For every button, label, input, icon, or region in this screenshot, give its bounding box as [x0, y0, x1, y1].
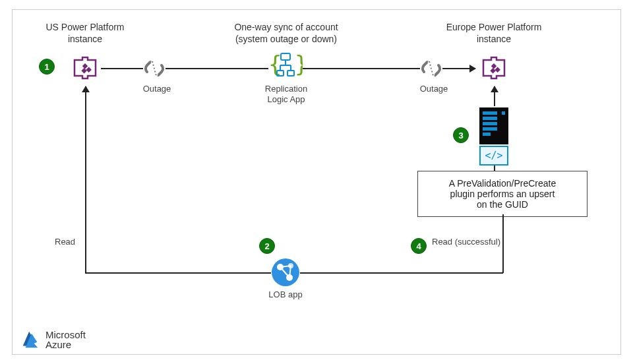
svg-rect-4 [495, 67, 500, 73]
svg-rect-1 [86, 67, 91, 73]
connector [300, 272, 503, 274]
svg-text:{: { [268, 52, 282, 77]
svg-rect-21 [483, 117, 497, 120]
power-platform-icon [478, 52, 510, 84]
step-badge-3: 3 [453, 127, 469, 143]
broken-link-icon [420, 57, 442, 80]
svg-rect-23 [483, 127, 497, 131]
connector [166, 68, 268, 69]
azure-icon [20, 330, 40, 349]
power-platform-icon [69, 52, 101, 84]
svg-rect-8 [281, 53, 290, 60]
server-icon [479, 107, 508, 144]
eu-pp-title: Europe Power Platform instance [428, 22, 560, 45]
connector-arrow [494, 86, 495, 106]
connector [303, 68, 420, 69]
brand-name: Microsoft [45, 330, 86, 340]
sync-title: One-way sync of account (system outage o… [214, 22, 359, 45]
edge-label-read: Read [55, 237, 94, 247]
code-icon: </> [479, 146, 508, 166]
outage-label-left: Outage [134, 84, 180, 94]
step-badge-1: 1 [39, 59, 55, 75]
step-badge-2: 2 [259, 238, 275, 254]
svg-rect-22 [483, 122, 497, 125]
logic-app-icon: { } [268, 52, 303, 81]
svg-rect-0 [82, 63, 88, 69]
svg-rect-2 [81, 68, 86, 73]
lob-app-icon [271, 258, 300, 287]
us-pp-title: US Power Platform instance [26, 22, 144, 45]
svg-rect-24 [483, 133, 491, 136]
connector [494, 166, 495, 171]
step-badge-4: 4 [411, 238, 427, 254]
svg-text:}: } [295, 52, 303, 77]
plugin-description-box: A PreValidation/PreCreate plugin perform… [417, 171, 588, 217]
edge-label-read-successful: Read (successful) [432, 237, 537, 247]
svg-rect-20 [483, 111, 497, 115]
connector [101, 68, 143, 69]
broken-link-icon [143, 57, 166, 80]
diagram-frame: US Power Platform instance One-way sync … [12, 9, 621, 355]
svg-rect-25 [502, 111, 505, 115]
microsoft-azure-logo: Microsoft Azure [20, 330, 86, 351]
lob-label: LOB app [259, 289, 312, 300]
svg-rect-14 [287, 71, 294, 76]
connector-arrow [442, 68, 475, 69]
svg-rect-5 [490, 68, 495, 73]
outage-label-right: Outage [411, 84, 457, 94]
logic-app-label: Replication Logic App [250, 84, 322, 106]
svg-rect-3 [491, 63, 497, 69]
brand-product: Azure [45, 340, 86, 350]
connector [85, 272, 271, 274]
